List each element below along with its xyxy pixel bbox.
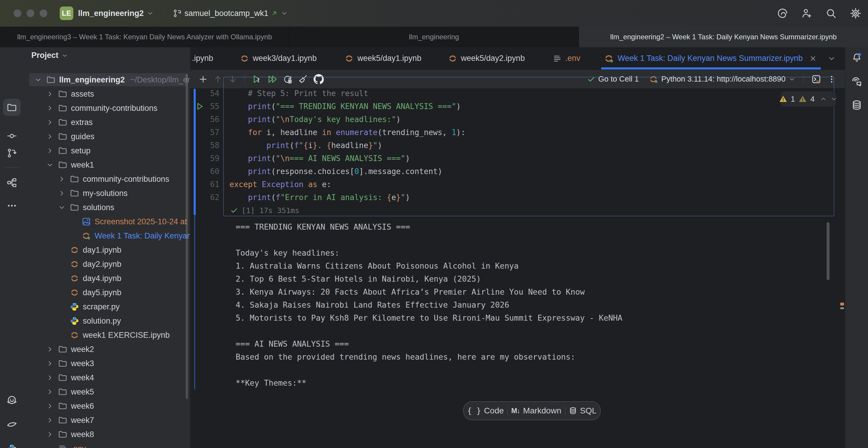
prev-problem-icon[interactable] <box>820 95 827 102</box>
next-problem-icon[interactable] <box>831 95 838 102</box>
add-code-cell-button[interactable]: { } Code <box>467 406 504 415</box>
chevron-down-icon[interactable] <box>46 161 54 169</box>
chevron-right-icon[interactable] <box>46 147 54 155</box>
code-line[interactable]: print("\n=== AI NEWS ANALYSIS ===") <box>229 152 410 165</box>
tree-item-community-contributions[interactable]: community-contributions <box>24 172 190 186</box>
project-panel-header[interactable]: Project <box>31 51 68 60</box>
chevron-right-icon[interactable] <box>46 133 54 140</box>
tree-item-env[interactable]: .env <box>24 442 190 448</box>
code-line[interactable]: print(f"{i}. {headline}") <box>229 139 382 152</box>
settings-gear-icon[interactable] <box>850 7 862 19</box>
window-zoom-button[interactable] <box>40 9 47 17</box>
chevron-right-icon[interactable] <box>46 346 54 353</box>
chevron-right-icon[interactable] <box>58 175 66 183</box>
code-line[interactable]: print(f"Error in AI analysis: {e}") <box>229 191 410 204</box>
hugging-face-tool-icon[interactable] <box>6 395 18 406</box>
git-branch-widget[interactable]: samuel_bootcamp_wk1 <box>173 9 288 18</box>
code-line[interactable]: # Step 5: Print the result <box>229 87 368 100</box>
chevron-right-icon[interactable] <box>46 360 54 367</box>
editor-tab[interactable]: .ipynb <box>192 47 213 69</box>
chevron-right-icon[interactable] <box>46 119 54 126</box>
code-line[interactable]: except Exception as e: <box>229 178 331 191</box>
code-with-me-icon[interactable] <box>801 8 812 19</box>
window-tab[interactable]: llm_engineering <box>289 27 579 47</box>
tree-item-extras[interactable]: extras <box>24 115 190 129</box>
window-minimize-button[interactable] <box>27 9 34 17</box>
add-markdown-cell-button[interactable]: M↓ Markdown <box>511 406 561 415</box>
tree-item-solutions[interactable]: solutions <box>24 200 190 215</box>
tree-item-week4[interactable]: week4 <box>24 371 190 385</box>
tree-item-assets[interactable]: assets <box>24 87 190 101</box>
tree-item-solution-py[interactable]: solution.py <box>24 314 190 328</box>
tree-item-week-1-task-daily-kenyan[interactable]: Week 1 Task: Daily Kenyan <box>24 229 190 243</box>
editor-tab[interactable]: week5/day2.ipynb <box>448 47 525 69</box>
editor-tab[interactable]: week3/day1.ipynb <box>240 47 317 69</box>
notifications-bell-icon[interactable] <box>851 52 862 64</box>
tree-item-day1-ipynb[interactable]: day1.ipynb <box>24 243 190 257</box>
chevron-right-icon[interactable] <box>46 374 54 382</box>
project-widget[interactable]: LE llm_engineering2 <box>60 6 154 20</box>
add-sql-cell-button[interactable]: SQL <box>569 406 597 415</box>
code-line[interactable]: for i, headline in enumerate(trending_ne… <box>229 126 465 139</box>
inspections-widget[interactable]: 1 4 <box>780 91 836 107</box>
tree-item-setup[interactable]: setup <box>24 143 190 158</box>
chevron-right-icon[interactable] <box>46 388 54 396</box>
code-line[interactable]: print(response.choices[0].message.conten… <box>229 165 442 178</box>
chevron-down-icon[interactable] <box>58 203 66 211</box>
tree-item-week8[interactable]: week8 <box>24 427 190 442</box>
more-tools-icon[interactable] <box>6 200 17 211</box>
tree-item-week6[interactable]: week6 <box>24 399 190 413</box>
python-console-icon[interactable] <box>6 444 18 448</box>
lens-tool-icon[interactable] <box>6 419 18 430</box>
chevron-right-icon[interactable] <box>46 104 54 112</box>
tree-item-week5[interactable]: week5 <box>24 385 190 399</box>
editor-tab-active[interactable]: Week 1 Task: Daily Kenyan News Summarize… <box>604 47 817 69</box>
chevron-right-icon[interactable] <box>46 402 54 410</box>
commit-tool-icon[interactable] <box>6 131 17 141</box>
editor-tab[interactable]: week5/day1.ipynb <box>344 47 421 69</box>
tree-scrollbar[interactable] <box>186 74 188 399</box>
database-tool-icon[interactable] <box>851 100 862 111</box>
ai-chat-tool-icon[interactable] <box>851 76 862 87</box>
pull-requests-tool-icon[interactable] <box>6 148 17 158</box>
ai-assistant-icon[interactable] <box>777 8 788 19</box>
chevron-right-icon[interactable] <box>46 416 54 424</box>
tree-item-week3[interactable]: week3 <box>24 356 190 371</box>
error-stripe-warning-mark[interactable] <box>840 302 844 306</box>
window-tab-active[interactable]: llm_engineering2 – Week 1 Task: Daily Ke… <box>579 27 868 47</box>
run-line-icon[interactable] <box>195 102 204 111</box>
error-stripe-mark[interactable] <box>840 307 844 309</box>
tree-item-week1[interactable]: week1 <box>24 158 190 172</box>
structure-tool-icon[interactable] <box>6 177 17 188</box>
tree-item-scraper-py[interactable]: scraper.py <box>24 300 190 314</box>
editor-tab[interactable]: .env <box>553 47 580 69</box>
output-scrollbar[interactable] <box>827 222 830 280</box>
close-icon[interactable] <box>809 55 817 62</box>
project-tool-icon[interactable] <box>6 102 17 113</box>
window-tab[interactable]: llm_engineering3 – Week 1 Task: Kenyan D… <box>0 27 289 47</box>
move-cell-up-icon[interactable] <box>213 74 223 84</box>
chevron-right-icon[interactable] <box>46 430 54 438</box>
code-line[interactable]: print("\nToday's key headlines:") <box>229 113 401 126</box>
search-everywhere-icon[interactable] <box>826 8 837 19</box>
tree-item-week1-exercise-ipynb[interactable]: week1 EXERCISE.ipynb <box>24 328 190 342</box>
tree-item-guides[interactable]: guides <box>24 129 190 143</box>
tree-item-week7[interactable]: week7 <box>24 413 190 427</box>
tree-item-day2-ipynb[interactable]: day2.ipynb <box>24 257 190 271</box>
code-line[interactable]: print("=== TRENDING KENYAN NEWS ANALYSIS… <box>229 100 461 113</box>
chevron-right-icon[interactable] <box>58 189 66 197</box>
tree-item-screenshot-2025-10-24-at[interactable]: Screenshot 2025-10-24 at <box>24 215 190 229</box>
warning-dim-icon <box>799 95 807 103</box>
window-controls[interactable] <box>0 9 53 17</box>
tree-item-week2[interactable]: week2 <box>24 342 190 356</box>
tree-item-my-solutions[interactable]: my-solutions <box>24 186 190 200</box>
add-cell-icon[interactable] <box>198 74 208 84</box>
chevron-right-icon[interactable] <box>46 90 54 98</box>
chevron-down-icon[interactable] <box>34 76 42 84</box>
tree-item-community-contributions[interactable]: community-contributions <box>24 101 190 115</box>
tree-item-llm-engineering2[interactable]: llm_engineering2~/Desktop/llm_en <box>24 73 190 87</box>
hidden-tabs-chevron-icon[interactable] <box>828 54 836 63</box>
tree-item-day4-ipynb[interactable]: day4.ipynb <box>24 271 190 285</box>
window-close-button[interactable] <box>13 9 21 17</box>
tree-item-day5-ipynb[interactable]: day5.ipynb <box>24 285 190 300</box>
